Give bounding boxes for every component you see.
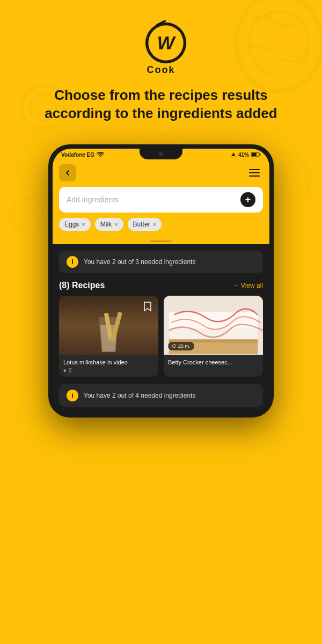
logo-cook-label: Cook bbox=[147, 64, 175, 76]
recipes-header: (8) Recipes → View all bbox=[59, 281, 263, 290]
time-badge: ⏱ 25 m. bbox=[168, 342, 194, 350]
phone-screen: Vodafone EG 41% bbox=[53, 149, 269, 413]
recipe-card-cheesecake[interactable]: ⏱ 25 m. Betty Crocker cheesec... bbox=[164, 296, 263, 377]
view-all-link[interactable]: → View all bbox=[233, 282, 263, 289]
menu-line-1 bbox=[249, 169, 260, 170]
add-ingredient-button[interactable]: + bbox=[240, 192, 255, 207]
camera-dot bbox=[159, 152, 163, 156]
bookmark-icon bbox=[143, 301, 152, 312]
svg-marker-10 bbox=[231, 152, 236, 157]
recipe-likes-lotus: ♥ 0 bbox=[63, 368, 154, 374]
ingredient-chips: Eggs × Milk × Butter × bbox=[59, 218, 263, 231]
swipe-indicator bbox=[53, 237, 269, 244]
recipe-cards-row: Lotus milkshake in video ♥ 0 bbox=[59, 296, 263, 377]
status-right: 41% bbox=[231, 152, 261, 158]
info-icon-1: i bbox=[67, 256, 78, 268]
recipe-name-cheesecake: Betty Crocker cheesec... bbox=[168, 359, 259, 365]
back-button[interactable] bbox=[59, 164, 76, 181]
info-text-2: You have 2 out of 4 needed ingredients bbox=[84, 392, 195, 399]
recipe-name-lotus: Lotus milkshake in video bbox=[63, 359, 154, 365]
recipe-card-lotus[interactable]: Lotus milkshake in video ♥ 0 bbox=[59, 296, 158, 377]
info-icon-2: i bbox=[67, 390, 78, 401]
clock-icon: ⏱ bbox=[172, 343, 177, 349]
phone-frame: Vodafone EG 41% bbox=[48, 144, 274, 418]
info-text-1: You have 2 out of 3 needed ingredients bbox=[84, 258, 195, 266]
chip-eggs-label: Eggs bbox=[64, 221, 79, 228]
status-left: Vodafone EG bbox=[61, 152, 104, 158]
heart-icon-lotus: ♥ bbox=[63, 368, 67, 374]
phone-notch bbox=[140, 149, 182, 159]
menu-line-3 bbox=[249, 175, 260, 177]
swipe-bar bbox=[150, 240, 172, 242]
carrier-label: Vodafone EG bbox=[61, 152, 94, 158]
recipe-image-cheesecake: ⏱ 25 m. bbox=[164, 296, 263, 355]
battery-icon bbox=[251, 152, 261, 157]
chip-eggs-remove[interactable]: × bbox=[82, 221, 85, 228]
recipe-image-lotus bbox=[59, 296, 158, 355]
svg-rect-12 bbox=[260, 153, 261, 156]
chip-milk-remove[interactable]: × bbox=[114, 221, 118, 228]
info-banner-1: i You have 2 out of 3 needed ingredients bbox=[59, 251, 263, 273]
chip-eggs[interactable]: Eggs × bbox=[59, 218, 91, 231]
search-placeholder: Add ingredients bbox=[67, 195, 119, 204]
search-bar[interactable]: Add ingredients + bbox=[59, 187, 263, 213]
svg-rect-16 bbox=[169, 312, 258, 327]
app-top-area: Add ingredients + Eggs × Milk × bbox=[53, 160, 269, 237]
likes-count-lotus: 0 bbox=[69, 368, 72, 374]
info-banner-2: i You have 2 out of 4 needed ingredients bbox=[59, 384, 263, 407]
wanna-cook-logo: W bbox=[129, 16, 193, 70]
recipe-info-lotus: Lotus milkshake in video ♥ 0 bbox=[59, 355, 158, 377]
logo-container: W Cook bbox=[129, 16, 193, 76]
back-icon bbox=[64, 170, 71, 176]
nav-bar bbox=[59, 164, 263, 181]
menu-button[interactable] bbox=[246, 164, 263, 181]
chip-milk-label: Milk bbox=[100, 221, 112, 228]
menu-line-2 bbox=[249, 172, 260, 173]
app-header: W Cook Choose from the recipes results a… bbox=[0, 0, 322, 139]
chip-butter[interactable]: Butter × bbox=[128, 218, 162, 231]
tagline: Choose from the recipes results accordin… bbox=[21, 76, 301, 139]
recipes-count-label: (8) Recipes bbox=[59, 281, 105, 290]
svg-rect-13 bbox=[252, 153, 257, 156]
chip-butter-remove[interactable]: × bbox=[153, 221, 156, 228]
chip-butter-label: Butter bbox=[133, 221, 150, 228]
signal-icon bbox=[231, 152, 236, 157]
app-bottom-area: i You have 2 out of 3 needed ingredients… bbox=[53, 244, 269, 413]
battery-label: 41% bbox=[238, 152, 249, 158]
bookmark-button[interactable] bbox=[141, 300, 154, 313]
add-icon: + bbox=[245, 195, 251, 204]
info-letter-1: i bbox=[71, 258, 73, 266]
info-letter-2: i bbox=[71, 392, 73, 399]
phone-mockup: Vodafone EG 41% bbox=[0, 144, 322, 418]
chip-milk[interactable]: Milk × bbox=[95, 218, 123, 231]
wifi-icon bbox=[97, 152, 104, 157]
recipe-info-cheesecake: Betty Crocker cheesec... bbox=[164, 355, 263, 371]
svg-text:W: W bbox=[157, 33, 177, 53]
time-label: 25 m. bbox=[178, 343, 191, 349]
